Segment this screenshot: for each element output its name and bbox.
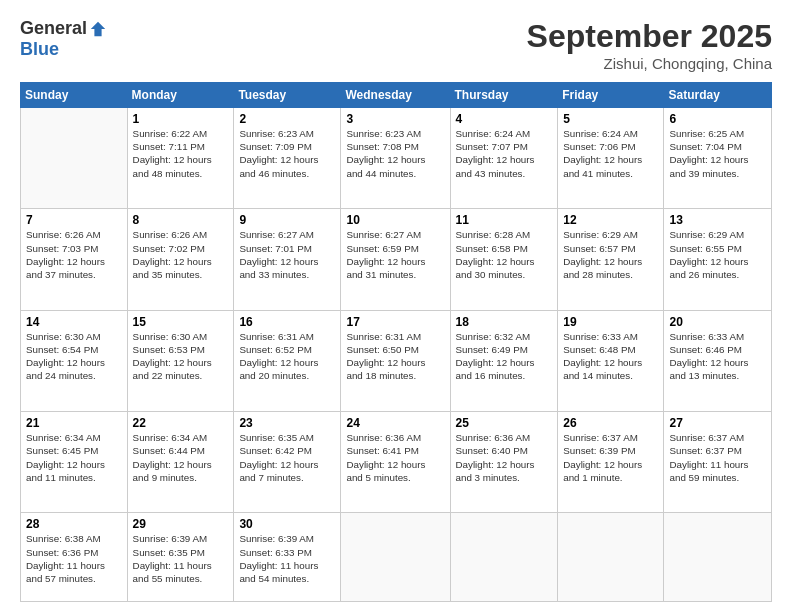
col-tuesday: Tuesday [234, 83, 341, 108]
day-number: 4 [456, 112, 553, 126]
table-row: 22Sunrise: 6:34 AMSunset: 6:44 PMDayligh… [127, 412, 234, 513]
day-number: 24 [346, 416, 444, 430]
day-number: 22 [133, 416, 229, 430]
day-number: 16 [239, 315, 335, 329]
day-number: 27 [669, 416, 766, 430]
table-row [664, 513, 772, 602]
day-number: 26 [563, 416, 658, 430]
day-number: 1 [133, 112, 229, 126]
day-number: 12 [563, 213, 658, 227]
day-info: Sunrise: 6:34 AMSunset: 6:45 PMDaylight:… [26, 431, 122, 484]
table-row [341, 513, 450, 602]
day-number: 18 [456, 315, 553, 329]
day-info: Sunrise: 6:36 AMSunset: 6:41 PMDaylight:… [346, 431, 444, 484]
logo-general-text: General [20, 18, 87, 39]
table-row [558, 513, 664, 602]
month-title: September 2025 [527, 18, 772, 55]
day-number: 10 [346, 213, 444, 227]
table-row: 15Sunrise: 6:30 AMSunset: 6:53 PMDayligh… [127, 310, 234, 411]
page: General Blue September 2025 Zishui, Chon… [0, 0, 792, 612]
col-sunday: Sunday [21, 83, 128, 108]
day-number: 23 [239, 416, 335, 430]
day-info: Sunrise: 6:24 AMSunset: 7:06 PMDaylight:… [563, 127, 658, 180]
svg-marker-0 [91, 21, 105, 35]
subtitle: Zishui, Chongqing, China [527, 55, 772, 72]
day-info: Sunrise: 6:30 AMSunset: 6:53 PMDaylight:… [133, 330, 229, 383]
table-row: 11Sunrise: 6:28 AMSunset: 6:58 PMDayligh… [450, 209, 558, 310]
logo: General Blue [20, 18, 107, 60]
day-info: Sunrise: 6:29 AMSunset: 6:55 PMDaylight:… [669, 228, 766, 281]
table-row [450, 513, 558, 602]
table-row: 5Sunrise: 6:24 AMSunset: 7:06 PMDaylight… [558, 108, 664, 209]
table-row: 7Sunrise: 6:26 AMSunset: 7:03 PMDaylight… [21, 209, 128, 310]
table-row: 13Sunrise: 6:29 AMSunset: 6:55 PMDayligh… [664, 209, 772, 310]
table-row: 29Sunrise: 6:39 AMSunset: 6:35 PMDayligh… [127, 513, 234, 602]
day-number: 28 [26, 517, 122, 531]
day-number: 13 [669, 213, 766, 227]
table-row: 27Sunrise: 6:37 AMSunset: 6:37 PMDayligh… [664, 412, 772, 513]
table-row: 12Sunrise: 6:29 AMSunset: 6:57 PMDayligh… [558, 209, 664, 310]
day-info: Sunrise: 6:38 AMSunset: 6:36 PMDaylight:… [26, 532, 122, 585]
table-row: 14Sunrise: 6:30 AMSunset: 6:54 PMDayligh… [21, 310, 128, 411]
day-info: Sunrise: 6:26 AMSunset: 7:03 PMDaylight:… [26, 228, 122, 281]
title-section: September 2025 Zishui, Chongqing, China [527, 18, 772, 72]
day-info: Sunrise: 6:34 AMSunset: 6:44 PMDaylight:… [133, 431, 229, 484]
day-number: 11 [456, 213, 553, 227]
table-row [21, 108, 128, 209]
day-number: 25 [456, 416, 553, 430]
table-row: 17Sunrise: 6:31 AMSunset: 6:50 PMDayligh… [341, 310, 450, 411]
table-row: 24Sunrise: 6:36 AMSunset: 6:41 PMDayligh… [341, 412, 450, 513]
day-number: 5 [563, 112, 658, 126]
logo-icon [89, 20, 107, 38]
day-info: Sunrise: 6:23 AMSunset: 7:08 PMDaylight:… [346, 127, 444, 180]
logo-blue-text: Blue [20, 39, 59, 60]
day-info: Sunrise: 6:24 AMSunset: 7:07 PMDaylight:… [456, 127, 553, 180]
day-info: Sunrise: 6:26 AMSunset: 7:02 PMDaylight:… [133, 228, 229, 281]
col-saturday: Saturday [664, 83, 772, 108]
table-row: 4Sunrise: 6:24 AMSunset: 7:07 PMDaylight… [450, 108, 558, 209]
day-info: Sunrise: 6:37 AMSunset: 6:37 PMDaylight:… [669, 431, 766, 484]
table-row: 18Sunrise: 6:32 AMSunset: 6:49 PMDayligh… [450, 310, 558, 411]
day-info: Sunrise: 6:22 AMSunset: 7:11 PMDaylight:… [133, 127, 229, 180]
day-info: Sunrise: 6:33 AMSunset: 6:46 PMDaylight:… [669, 330, 766, 383]
day-info: Sunrise: 6:30 AMSunset: 6:54 PMDaylight:… [26, 330, 122, 383]
table-row: 16Sunrise: 6:31 AMSunset: 6:52 PMDayligh… [234, 310, 341, 411]
col-friday: Friday [558, 83, 664, 108]
day-number: 2 [239, 112, 335, 126]
day-info: Sunrise: 6:23 AMSunset: 7:09 PMDaylight:… [239, 127, 335, 180]
header: General Blue September 2025 Zishui, Chon… [20, 18, 772, 72]
day-info: Sunrise: 6:27 AMSunset: 6:59 PMDaylight:… [346, 228, 444, 281]
calendar-header-row: Sunday Monday Tuesday Wednesday Thursday… [21, 83, 772, 108]
day-info: Sunrise: 6:28 AMSunset: 6:58 PMDaylight:… [456, 228, 553, 281]
day-info: Sunrise: 6:31 AMSunset: 6:50 PMDaylight:… [346, 330, 444, 383]
day-info: Sunrise: 6:39 AMSunset: 6:35 PMDaylight:… [133, 532, 229, 585]
day-number: 21 [26, 416, 122, 430]
day-info: Sunrise: 6:33 AMSunset: 6:48 PMDaylight:… [563, 330, 658, 383]
table-row: 30Sunrise: 6:39 AMSunset: 6:33 PMDayligh… [234, 513, 341, 602]
table-row: 6Sunrise: 6:25 AMSunset: 7:04 PMDaylight… [664, 108, 772, 209]
table-row: 28Sunrise: 6:38 AMSunset: 6:36 PMDayligh… [21, 513, 128, 602]
day-number: 15 [133, 315, 229, 329]
table-row: 2Sunrise: 6:23 AMSunset: 7:09 PMDaylight… [234, 108, 341, 209]
table-row: 1Sunrise: 6:22 AMSunset: 7:11 PMDaylight… [127, 108, 234, 209]
day-info: Sunrise: 6:25 AMSunset: 7:04 PMDaylight:… [669, 127, 766, 180]
col-thursday: Thursday [450, 83, 558, 108]
day-number: 20 [669, 315, 766, 329]
day-number: 29 [133, 517, 229, 531]
table-row: 3Sunrise: 6:23 AMSunset: 7:08 PMDaylight… [341, 108, 450, 209]
day-info: Sunrise: 6:37 AMSunset: 6:39 PMDaylight:… [563, 431, 658, 484]
day-info: Sunrise: 6:27 AMSunset: 7:01 PMDaylight:… [239, 228, 335, 281]
day-number: 19 [563, 315, 658, 329]
day-number: 9 [239, 213, 335, 227]
day-number: 7 [26, 213, 122, 227]
day-number: 14 [26, 315, 122, 329]
day-info: Sunrise: 6:39 AMSunset: 6:33 PMDaylight:… [239, 532, 335, 585]
table-row: 9Sunrise: 6:27 AMSunset: 7:01 PMDaylight… [234, 209, 341, 310]
table-row: 8Sunrise: 6:26 AMSunset: 7:02 PMDaylight… [127, 209, 234, 310]
day-number: 3 [346, 112, 444, 126]
day-number: 17 [346, 315, 444, 329]
day-number: 6 [669, 112, 766, 126]
day-info: Sunrise: 6:31 AMSunset: 6:52 PMDaylight:… [239, 330, 335, 383]
table-row: 25Sunrise: 6:36 AMSunset: 6:40 PMDayligh… [450, 412, 558, 513]
day-info: Sunrise: 6:35 AMSunset: 6:42 PMDaylight:… [239, 431, 335, 484]
